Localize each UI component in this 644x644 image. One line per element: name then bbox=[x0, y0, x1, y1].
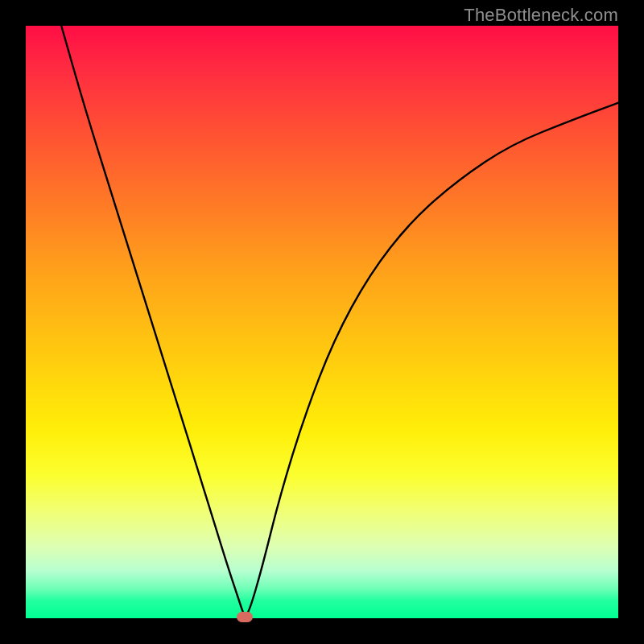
optimal-marker bbox=[237, 612, 253, 622]
curve-svg bbox=[26, 26, 618, 618]
watermark-text: TheBottleneck.com bbox=[464, 5, 618, 26]
chart-plot-area bbox=[26, 26, 618, 618]
chart-frame: TheBottleneck.com bbox=[0, 0, 644, 644]
bottleneck-curve-path bbox=[61, 26, 618, 615]
